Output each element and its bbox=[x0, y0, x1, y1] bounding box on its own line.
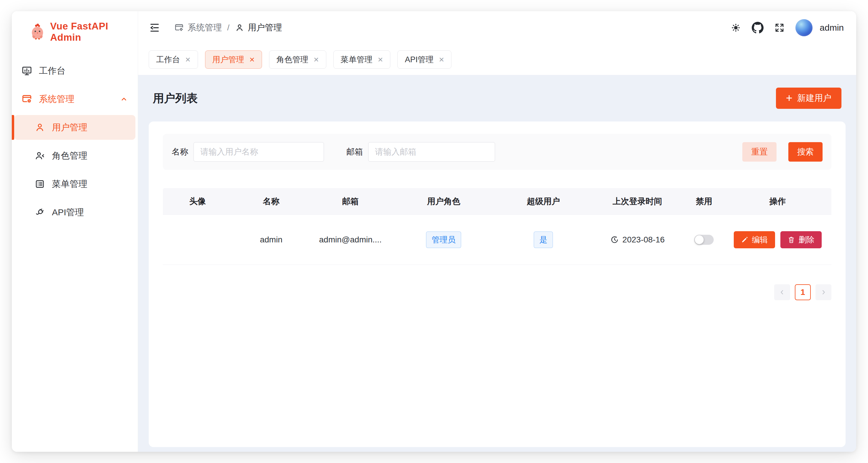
delete-button[interactable]: 删除 bbox=[780, 231, 822, 248]
top-header: 系统管理 / 用户管理 bbox=[138, 11, 856, 44]
close-icon[interactable]: × bbox=[439, 55, 444, 64]
edit-button-label: 编辑 bbox=[752, 234, 768, 245]
last-login-date: 2023-08-16 bbox=[623, 235, 665, 244]
breadcrumb-label: 用户管理 bbox=[248, 22, 282, 34]
cell-last-login: 2023-08-16 bbox=[590, 235, 684, 244]
tab-label: 用户管理 bbox=[212, 54, 244, 65]
list-icon bbox=[34, 178, 45, 190]
close-icon[interactable]: × bbox=[250, 55, 255, 64]
reset-button[interactable]: 重置 bbox=[742, 142, 777, 162]
tab-label: 菜单管理 bbox=[341, 54, 373, 65]
sidebar-item-users[interactable]: 用户管理 bbox=[14, 115, 135, 140]
filter-bar: 名称 邮箱 重置 搜索 bbox=[163, 134, 831, 170]
header-actions: admin bbox=[731, 19, 844, 36]
sidebar-collapse-icon[interactable] bbox=[149, 22, 160, 34]
sidebar-item-label: 菜单管理 bbox=[52, 178, 87, 190]
tab-users[interactable]: 用户管理 × bbox=[205, 51, 262, 69]
sidebar: Vue FastAPI Admin 工作台 bbox=[12, 11, 138, 452]
sidebar-item-apis[interactable]: API管理 bbox=[14, 200, 135, 225]
chevron-up-icon bbox=[120, 95, 128, 103]
user-icon bbox=[235, 23, 244, 32]
col-role: 用户角色 bbox=[391, 196, 497, 207]
plug-icon bbox=[34, 207, 45, 218]
pagination: 1 bbox=[163, 284, 831, 300]
sidebar-item-label: 用户管理 bbox=[52, 122, 87, 134]
main-area: 系统管理 / 用户管理 bbox=[138, 11, 856, 452]
system-window-gear-icon bbox=[21, 94, 32, 105]
cell-name: admin bbox=[232, 235, 310, 244]
sidebar-item-menus[interactable]: 菜单管理 bbox=[14, 172, 135, 196]
trash-icon bbox=[787, 236, 795, 243]
page-title: 用户列表 bbox=[153, 91, 198, 106]
prev-page-button[interactable] bbox=[774, 284, 790, 300]
delete-button-label: 删除 bbox=[799, 234, 815, 245]
system-window-gear-icon bbox=[174, 23, 184, 33]
tab-bar: 工作台 × 用户管理 × 角色管理 × 菜单管理 × API管理 × bbox=[138, 44, 856, 75]
chevron-right-icon bbox=[820, 289, 827, 296]
next-page-button[interactable] bbox=[815, 284, 831, 300]
tab-menus[interactable]: 菜单管理 × bbox=[333, 51, 391, 69]
page-1-button[interactable]: 1 bbox=[795, 284, 811, 300]
theme-sun-icon[interactable] bbox=[731, 23, 741, 33]
github-icon[interactable] bbox=[752, 22, 764, 34]
breadcrumb-item-system[interactable]: 系统管理 bbox=[174, 22, 222, 34]
chevron-left-icon bbox=[779, 289, 786, 296]
superuser-tag: 是 bbox=[534, 232, 553, 248]
toggle-knob bbox=[695, 235, 704, 244]
pencil-icon bbox=[741, 236, 748, 243]
name-filter-input[interactable] bbox=[193, 142, 324, 162]
sidebar-item-label: 角色管理 bbox=[52, 150, 87, 162]
table-row: admin admin@admin.... 管理员 是 bbox=[163, 215, 831, 265]
chick-logo-icon bbox=[29, 23, 46, 40]
page-content: 用户列表 + 新建用户 名称 邮箱 重置 搜索 bbox=[138, 75, 856, 452]
col-actions: 操作 bbox=[724, 196, 831, 207]
cell-role: 管理员 bbox=[391, 232, 497, 248]
app-logo[interactable]: Vue FastAPI Admin bbox=[12, 11, 138, 51]
user-icon bbox=[34, 122, 45, 133]
tab-apis[interactable]: API管理 × bbox=[397, 51, 452, 69]
new-user-button-label: 新建用户 bbox=[797, 92, 831, 104]
breadcrumb-separator: / bbox=[227, 23, 229, 32]
user-avatar[interactable] bbox=[796, 19, 812, 36]
sidebar-item-system[interactable]: 系统管理 bbox=[14, 87, 135, 111]
close-icon[interactable]: × bbox=[378, 55, 383, 64]
cell-actions: 编辑 删除 bbox=[724, 231, 831, 248]
role-tag: 管理员 bbox=[426, 232, 461, 248]
sidebar-item-label: 工作台 bbox=[39, 65, 65, 77]
page-header: 用户列表 + 新建用户 bbox=[149, 75, 845, 122]
cell-superuser: 是 bbox=[497, 232, 590, 248]
close-icon[interactable]: × bbox=[185, 55, 191, 64]
workbench-monitor-icon bbox=[21, 65, 32, 76]
app-title: Vue FastAPI Admin bbox=[50, 21, 135, 43]
search-button[interactable]: 搜索 bbox=[788, 142, 823, 162]
filter-actions: 重置 搜索 bbox=[742, 142, 823, 162]
breadcrumb-label: 系统管理 bbox=[188, 22, 222, 34]
col-avatar: 头像 bbox=[163, 196, 232, 207]
breadcrumb-item-users[interactable]: 用户管理 bbox=[235, 22, 282, 34]
cell-disabled bbox=[684, 235, 724, 245]
col-last-login: 上次登录时间 bbox=[590, 196, 684, 207]
tab-label: 工作台 bbox=[156, 54, 180, 65]
fullscreen-icon[interactable] bbox=[774, 23, 785, 33]
email-filter-label: 邮箱 bbox=[346, 146, 363, 158]
col-email: 邮箱 bbox=[310, 196, 391, 207]
sidebar-item-workbench[interactable]: 工作台 bbox=[14, 58, 135, 83]
email-filter-input[interactable] bbox=[368, 142, 495, 162]
tab-roles[interactable]: 角色管理 × bbox=[269, 51, 326, 69]
tab-label: API管理 bbox=[405, 54, 434, 65]
col-name: 名称 bbox=[232, 196, 310, 207]
close-icon[interactable]: × bbox=[314, 55, 319, 64]
sidebar-item-label: 系统管理 bbox=[39, 93, 74, 105]
users-table: 头像 名称 邮箱 用户角色 超级用户 上次登录时间 禁用 操作 admin ad… bbox=[163, 188, 831, 265]
user-switch-icon bbox=[34, 150, 45, 161]
col-superuser: 超级用户 bbox=[497, 196, 590, 207]
new-user-button[interactable]: + 新建用户 bbox=[776, 88, 841, 109]
sidebar-menu: 工作台 系统管理 bbox=[12, 58, 138, 228]
sidebar-item-roles[interactable]: 角色管理 bbox=[14, 143, 135, 168]
tab-label: 角色管理 bbox=[276, 54, 308, 65]
tab-workbench[interactable]: 工作台 × bbox=[149, 51, 198, 69]
edit-button[interactable]: 编辑 bbox=[734, 231, 775, 248]
app-window: Vue FastAPI Admin 工作台 bbox=[12, 11, 856, 452]
disabled-toggle[interactable] bbox=[694, 235, 714, 245]
username-label[interactable]: admin bbox=[819, 23, 844, 33]
